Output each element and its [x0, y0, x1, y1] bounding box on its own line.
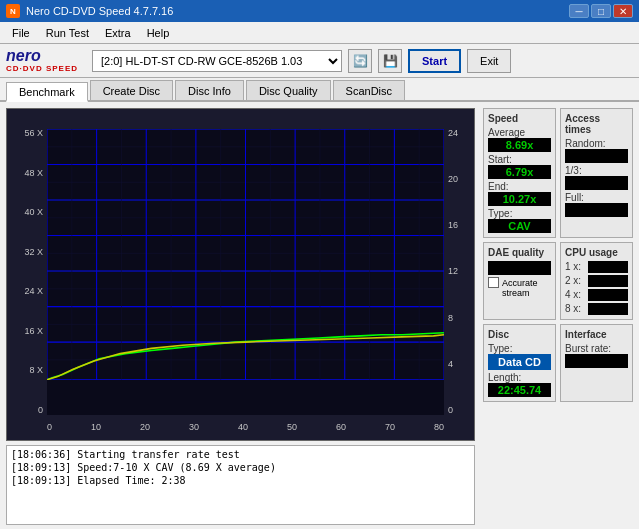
speed-type-label: Type: [488, 208, 551, 219]
refresh-button[interactable]: 🔄 [348, 49, 372, 73]
y-label-r-16: 16 [444, 221, 474, 230]
x-label-20: 20 [140, 422, 150, 432]
y-axis-left: 56 X 48 X 40 X 32 X 24 X 16 X 8 X 0 [7, 129, 47, 415]
log-entry-2: [18:09:13] Elapsed Time: 2:38 [11, 474, 470, 487]
x-label-0: 0 [47, 422, 52, 432]
menubar: File Run Test Extra Help [0, 22, 639, 44]
speed-end-label: End: [488, 181, 551, 192]
titlebar-controls: ─ □ ✕ [569, 4, 633, 18]
y-label-40: 40 X [7, 208, 47, 217]
tab-create-disc[interactable]: Create Disc [90, 80, 173, 100]
x-label-70: 70 [385, 422, 395, 432]
cpu-2x-value [588, 275, 628, 287]
y-label-0: 0 [7, 406, 47, 415]
app-icon: N [6, 4, 20, 18]
access-onethird-label: 1/3: [565, 165, 628, 176]
y-label-r-8: 8 [444, 314, 474, 323]
cpu-8x-value [588, 303, 628, 315]
dae-panel: DAE quality Accurate stream [483, 242, 556, 320]
start-button[interactable]: Start [408, 49, 461, 73]
dae-title: DAE quality [488, 247, 551, 258]
x-label-60: 60 [336, 422, 346, 432]
chart-container: 56 X 48 X 40 X 32 X 24 X 16 X 8 X 0 [6, 108, 475, 441]
speed-start-value: 6.79x [488, 165, 551, 179]
cpu-1x-label: 1 x: [565, 261, 581, 273]
accurate-stream-checkbox[interactable] [488, 277, 499, 288]
right-panel: Speed Average 8.69x Start: 6.79x End: 10… [479, 102, 639, 529]
titlebar-title: Nero CD-DVD Speed 4.7.7.16 [26, 5, 173, 17]
cpu-panel: CPU usage 1 x: 2 x: 4 x: 8 x: [560, 242, 633, 320]
speed-end-value: 10.27x [488, 192, 551, 206]
menu-extra[interactable]: Extra [97, 25, 139, 41]
x-label-80: 80 [434, 422, 444, 432]
chart-inner [47, 129, 444, 415]
disc-length-label: Length: [488, 372, 551, 383]
app-logo: nero CD·DVD SPEED [6, 48, 78, 73]
titlebar-left: N Nero CD-DVD Speed 4.7.7.16 [6, 4, 173, 18]
x-label-50: 50 [287, 422, 297, 432]
x-label-40: 40 [238, 422, 248, 432]
speed-title: Speed [488, 113, 551, 124]
access-panel: Access times Random: 1/3: Full: [560, 108, 633, 238]
tab-disc-quality[interactable]: Disc Quality [246, 80, 331, 100]
minimize-button[interactable]: ─ [569, 4, 589, 18]
menu-run-test[interactable]: Run Test [38, 25, 97, 41]
speed-average-label: Average [488, 127, 551, 138]
cpu-4x-label: 4 x: [565, 289, 581, 301]
y-label-24: 24 X [7, 287, 47, 296]
maximize-button[interactable]: □ [591, 4, 611, 18]
burst-label: Burst rate: [565, 343, 628, 354]
save-button[interactable]: 💾 [378, 49, 402, 73]
menu-file[interactable]: File [4, 25, 38, 41]
close-button[interactable]: ✕ [613, 4, 633, 18]
exit-button[interactable]: Exit [467, 49, 511, 73]
access-onethird-value [565, 176, 628, 190]
speed-average-value: 8.69x [488, 138, 551, 152]
log-wrapper: [18:06:36] Starting transfer rate test [… [6, 441, 475, 525]
tab-disc-info[interactable]: Disc Info [175, 80, 244, 100]
log-entry-1: [18:09:13] Speed:7-10 X CAV (8.69 X aver… [11, 461, 470, 474]
x-label-10: 10 [91, 422, 101, 432]
disc-type-value: Data CD [488, 354, 551, 370]
disc-type-label: Type: [488, 343, 551, 354]
disc-title: Disc [488, 329, 551, 340]
stream-label: stream [502, 288, 551, 298]
cpu-1x-value [588, 261, 628, 273]
y-label-r-24: 24 [444, 129, 474, 138]
accurate-stream-row: Accurate [488, 277, 551, 288]
interface-title: Interface [565, 329, 628, 340]
cpu-title: CPU usage [565, 247, 628, 258]
dae-value [488, 261, 551, 275]
disc-panel: Disc Type: Data CD Length: 22:45.74 [483, 324, 556, 402]
chart-svg [47, 129, 444, 380]
tab-benchmark[interactable]: Benchmark [6, 82, 88, 102]
logo-sub: CD·DVD SPEED [6, 64, 78, 73]
access-random-value [565, 149, 628, 163]
accurate-label: Accurate [502, 278, 538, 288]
log-area[interactable]: [18:06:36] Starting transfer rate test [… [6, 445, 475, 525]
interface-panel: Interface Burst rate: [560, 324, 633, 402]
y-label-r-4: 4 [444, 360, 474, 369]
drive-selector[interactable]: [2:0] HL-DT-ST CD-RW GCE-8526B 1.03 [92, 50, 342, 72]
speed-start-label: Start: [488, 154, 551, 165]
cpu-4x-value [588, 289, 628, 301]
y-axis-right: 24 20 16 12 8 4 0 [444, 129, 474, 415]
y-label-48: 48 X [7, 169, 47, 178]
y-label-56: 56 X [7, 129, 47, 138]
access-full-value [565, 203, 628, 217]
logo-nero: nero [6, 48, 41, 64]
x-label-30: 30 [189, 422, 199, 432]
tabs: Benchmark Create Disc Disc Info Disc Qua… [0, 78, 639, 102]
disc-length-value: 22:45.74 [488, 383, 551, 397]
log-entry-0: [18:06:36] Starting transfer rate test [11, 448, 470, 461]
speed-panel: Speed Average 8.69x Start: 6.79x End: 10… [483, 108, 556, 238]
access-full-label: Full: [565, 192, 628, 203]
tab-scan-disc[interactable]: ScanDisc [333, 80, 405, 100]
toolbar: nero CD·DVD SPEED [2:0] HL-DT-ST CD-RW G… [0, 44, 639, 78]
titlebar: N Nero CD-DVD Speed 4.7.7.16 ─ □ ✕ [0, 0, 639, 22]
y-label-r-20: 20 [444, 175, 474, 184]
cpu-8x-label: 8 x: [565, 303, 581, 315]
menu-help[interactable]: Help [139, 25, 178, 41]
y-label-8: 8 X [7, 366, 47, 375]
y-label-r-12: 12 [444, 267, 474, 276]
